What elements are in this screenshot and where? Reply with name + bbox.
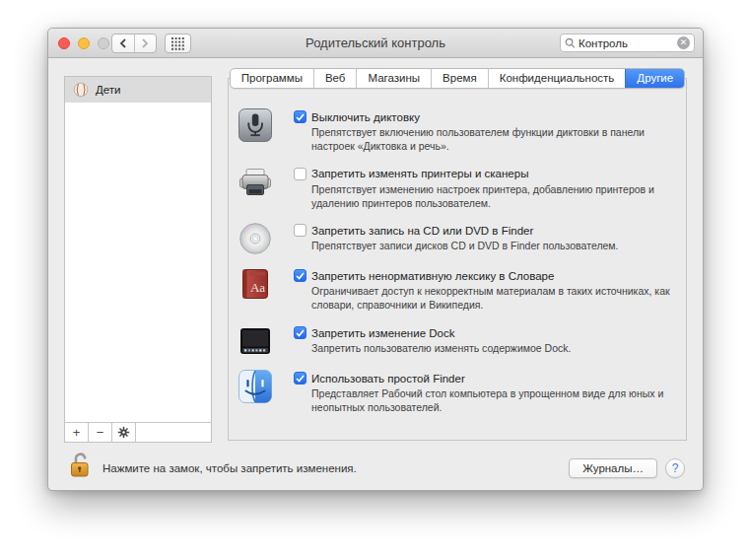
clear-search-icon[interactable]: ✕ xyxy=(677,36,690,49)
show-all-button[interactable] xyxy=(165,34,191,53)
setting-description: Ограничивает доступ к некорректным матер… xyxy=(294,285,672,313)
logs-button[interactable]: Журналы… xyxy=(569,458,657,478)
svg-text:Aa: Aa xyxy=(250,280,265,295)
dictionary-checkbox-row[interactable]: Запретить ненормативную лексику в Словар… xyxy=(294,269,672,282)
tab-panel-other: Выключить диктовку Препятствует включени… xyxy=(228,78,687,441)
tab-privacy[interactable]: Конфиденциальность xyxy=(488,69,626,88)
add-user-button[interactable]: + xyxy=(65,423,89,442)
search-input[interactable]: Контроль xyxy=(579,37,674,49)
lock-hint-text: Нажмите на замок, чтобы запретить измене… xyxy=(102,462,357,474)
tab-web[interactable]: Веб xyxy=(313,69,357,88)
setting-label: Выключить диктовку xyxy=(311,111,420,123)
window-titlebar: Родительский контроль Контроль ✕ xyxy=(48,29,703,58)
setting-label: Запретить ненормативную лексику в Словар… xyxy=(311,270,554,282)
setting-label: Использовать простой Finder xyxy=(311,373,465,385)
close-button[interactable] xyxy=(58,37,70,49)
finder-icon xyxy=(238,370,272,403)
dictation-checkbox-row[interactable]: Выключить диктовку xyxy=(294,110,672,123)
checkbox[interactable] xyxy=(294,110,306,123)
gear-button[interactable] xyxy=(112,423,136,442)
setting-label: Запретить изменение Dock xyxy=(311,327,454,339)
nav-buttons xyxy=(111,34,157,53)
window-title: Родительский контроль xyxy=(306,29,445,58)
user-list-footer: + − xyxy=(65,422,211,442)
chevron-left-icon xyxy=(119,38,127,48)
grid-icon xyxy=(171,37,184,50)
setting-description: Препятствует включению пользователем фун… xyxy=(294,126,672,154)
check-icon xyxy=(296,113,305,121)
sidebar-item-label: Дети xyxy=(96,84,121,96)
setting-row-dock: Запретить изменение Dock Запретить польз… xyxy=(238,326,672,358)
checkbox[interactable] xyxy=(294,326,306,339)
tab-bar: Программы Веб Магазины Время Конфиденциа… xyxy=(228,68,687,89)
tab-time[interactable]: Время xyxy=(431,69,488,88)
setting-description: Препятствует изменению настроек принтера… xyxy=(294,183,672,211)
tab-programs[interactable]: Программы xyxy=(231,69,313,88)
dictionary-icon: Aa xyxy=(238,267,272,301)
setting-description: Представляет Рабочий стол компьютера в у… xyxy=(294,387,672,415)
lock-icon[interactable] xyxy=(68,451,92,478)
help-button[interactable]: ? xyxy=(665,458,685,478)
search-field[interactable]: Контроль ✕ xyxy=(560,34,695,52)
tab-stores[interactable]: Магазины xyxy=(356,69,431,88)
desktop-background: Родительский контроль Контроль ✕ xyxy=(0,0,749,560)
search-icon xyxy=(565,37,576,48)
tab-segments: Программы Веб Магазины Время Конфиденциа… xyxy=(230,68,685,89)
setting-row-simple-finder: Использовать простой Finder Представляет… xyxy=(238,372,672,415)
checkbox[interactable] xyxy=(294,168,306,180)
remove-user-button[interactable]: − xyxy=(89,423,112,442)
tab-other[interactable]: Другие xyxy=(625,69,684,88)
forward-button[interactable] xyxy=(135,35,157,52)
setting-row-burn-disc: Запретить запись на CD или DVD в Finder … xyxy=(238,224,672,255)
check-icon xyxy=(296,375,305,383)
sidebar-item-children[interactable]: Дети xyxy=(65,77,211,103)
microphone-icon xyxy=(238,108,272,142)
parental-controls-window: Родительский контроль Контроль ✕ xyxy=(47,28,704,491)
setting-label: Запретить запись на CD или DVD в Finder xyxy=(311,225,533,237)
dock-icon xyxy=(238,324,272,358)
checkbox[interactable] xyxy=(294,372,306,385)
check-icon xyxy=(296,272,305,280)
user-list-items: Дети xyxy=(65,77,211,422)
dock-checkbox-row[interactable]: Запретить изменение Dock xyxy=(294,326,672,339)
setting-row-dictionary: Aa Запретить ненормативную лексику в Сло… xyxy=(238,269,672,313)
minimize-button[interactable] xyxy=(78,37,90,49)
back-button[interactable] xyxy=(112,35,135,52)
traffic-lights xyxy=(58,37,109,49)
gear-icon xyxy=(117,426,130,439)
burn-disc-checkbox-row[interactable]: Запретить запись на CD или DVD в Finder xyxy=(294,224,672,237)
printers-checkbox-row[interactable]: Запретить изменять принтеры и сканеры xyxy=(294,168,672,180)
printer-icon xyxy=(238,166,272,199)
user-list: Дети + − xyxy=(64,76,212,443)
simple-finder-checkbox-row[interactable]: Использовать простой Finder xyxy=(294,372,672,385)
chevron-right-icon xyxy=(141,38,149,48)
setting-description: Препятствует записи дисков CD и DVD в Fi… xyxy=(294,240,672,253)
setting-description: Запретить пользователю изменять содержим… xyxy=(294,342,672,356)
cd-icon xyxy=(238,222,272,255)
setting-label: Запретить изменять принтеры и сканеры xyxy=(311,168,528,179)
checkbox[interactable] xyxy=(294,269,306,282)
setting-row-printers: Запретить изменять принтеры и сканеры Пр… xyxy=(238,168,672,211)
setting-row-dictation: Выключить диктовку Препятствует включени… xyxy=(238,110,672,154)
checkbox[interactable] xyxy=(294,224,306,237)
check-icon xyxy=(296,329,305,337)
baseball-icon xyxy=(73,82,89,98)
zoom-button xyxy=(98,37,109,49)
